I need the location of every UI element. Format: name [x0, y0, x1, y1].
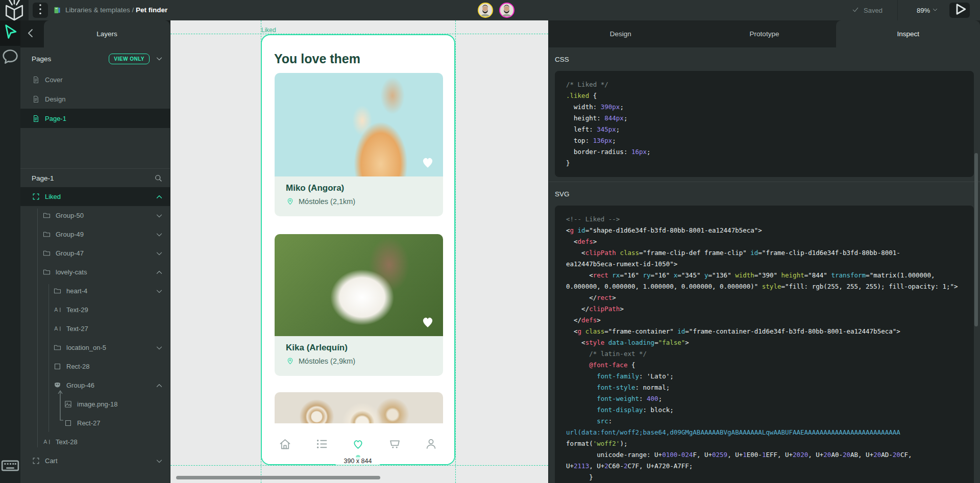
penpot-workspace: Libraries & templates / Pet finder Saved…	[0, 0, 980, 483]
canvas[interactable]: Liked You love them Miko (Angora) Móstol…	[170, 20, 548, 483]
svg-text:A: A	[54, 325, 58, 332]
layer-label: Text-29	[66, 306, 88, 314]
page-item-cover[interactable]: Cover	[20, 70, 170, 89]
vertical-scrollbar[interactable]	[974, 153, 978, 326]
kebab-menu-icon	[33, 2, 48, 19]
page-item-page-1[interactable]: Page-1	[20, 109, 170, 128]
home-nav-icon[interactable]	[278, 437, 292, 451]
layer-row-group-49[interactable]: Group-49	[20, 225, 170, 244]
active-users	[478, 3, 514, 18]
layer-row-lovely-cats[interactable]: lovely-cats	[20, 263, 170, 282]
layer-row-rect-27[interactable]: Rect-27	[20, 414, 170, 433]
frame-name-label[interactable]: Liked	[261, 27, 276, 34]
svg-section-header: SVG	[549, 182, 980, 206]
mask-icon	[53, 381, 62, 390]
layer-row-text-29[interactable]: AText-29	[20, 300, 170, 319]
penpot-logo-icon	[0, 0, 29, 26]
tab-inspect[interactable]: Inspect	[836, 20, 980, 47]
page-icon	[32, 95, 40, 104]
zoom-value[interactable]: 89%	[917, 7, 930, 14]
topbar-separator	[897, 0, 898, 20]
text-icon: A	[53, 324, 62, 333]
layer-row-group-46[interactable]: Group-46	[20, 376, 170, 395]
layer-row-text-28[interactable]: AText-28	[20, 433, 170, 451]
save-status-label: Saved	[864, 7, 883, 14]
heart-nav-icon[interactable]	[351, 437, 365, 451]
view-mode-button[interactable]	[949, 3, 970, 18]
text-icon: A	[42, 438, 51, 446]
page-item-design[interactable]: Design	[20, 89, 170, 109]
location-pin-icon	[286, 357, 295, 365]
text-icon: A	[53, 306, 62, 314]
frame-liked[interactable]: You love them Miko (Angora) Móstoles (2,…	[261, 34, 455, 465]
svg-text:A: A	[54, 307, 58, 313]
pet-card-footer: Miko (Angora) Móstoles (2,1km)	[275, 176, 443, 216]
search-icon[interactable]	[154, 173, 163, 183]
tool-rail	[0, 20, 20, 483]
topbar: Libraries & templates / Pet finder Saved…	[0, 0, 980, 20]
chevron-down-icon[interactable]	[155, 54, 164, 63]
layer-label: Group-47	[56, 249, 84, 257]
layer-label: Liked	[45, 193, 61, 200]
horizontal-scrollbar[interactable]	[176, 476, 380, 479]
pet-card-footer: Kika (Arlequín) Móstoles (2,9km)	[275, 336, 443, 376]
chevron-down-icon[interactable]	[155, 456, 164, 466]
penpot-logo[interactable]	[0, 0, 29, 20]
tab-prototype[interactable]: Prototype	[693, 20, 837, 47]
chevron-down-icon[interactable]	[155, 287, 164, 296]
main-menu-button[interactable]	[33, 3, 48, 18]
breadcrumb-library[interactable]: Libraries & templates	[65, 6, 130, 14]
layer-row-image.png-18[interactable]: image.png-18	[20, 395, 170, 414]
favorite-heart-icon[interactable]	[420, 314, 436, 330]
chevron-up-icon[interactable]	[155, 381, 164, 390]
chevron-down-icon[interactable]	[155, 211, 164, 220]
tab-design[interactable]: Design	[549, 20, 693, 47]
keyboard-icon	[0, 454, 20, 477]
pet-photo-miko	[275, 73, 443, 176]
chevron-down-icon[interactable]	[155, 343, 164, 352]
collapse-sidebar-button[interactable]	[23, 27, 38, 41]
right-panel-tabs: DesignPrototypeInspect	[549, 20, 980, 47]
comments-tool-button[interactable]	[0, 46, 20, 69]
layer-row-text-27[interactable]: AText-27	[20, 319, 170, 338]
pages-title: Pages	[32, 55, 51, 63]
breadcrumb-file-name[interactable]: Pet finder	[136, 6, 167, 14]
folder-icon	[42, 230, 51, 239]
chevron-down-icon[interactable]	[155, 249, 164, 258]
chevron-up-icon[interactable]	[155, 192, 164, 201]
cart-nav-icon[interactable]	[388, 437, 402, 451]
user-avatar[interactable]	[478, 3, 493, 18]
breadcrumb[interactable]: Libraries & templates / Pet finder	[65, 6, 167, 14]
frame-icon	[32, 456, 40, 465]
favorite-heart-icon[interactable]	[420, 154, 436, 170]
layer-row-heart-4[interactable]: heart-4	[20, 282, 170, 300]
css-code-block[interactable]: /* Liked */.liked { width: 390px; height…	[555, 71, 974, 177]
zoom-control[interactable]: 89%	[917, 0, 939, 20]
layer-tree: LikedGroup-50Group-49Group-47lovely-cats…	[20, 187, 170, 483]
layer-row-group-47[interactable]: Group-47	[20, 244, 170, 263]
user-nav-icon[interactable]	[424, 437, 438, 451]
chevron-down-icon[interactable]	[155, 230, 164, 239]
svg-code-block[interactable]: <!-- Liked --><g id="shape-d1d6e34f-b3fd…	[555, 206, 974, 483]
tab-layers[interactable]: Layers	[44, 20, 170, 47]
layer-row-liked[interactable]: Liked	[20, 187, 170, 206]
layer-row-cart[interactable]: Cart	[20, 451, 170, 470]
layer-label: Group-50	[56, 212, 84, 219]
layer-row-group-50[interactable]: Group-50	[20, 206, 170, 225]
layer-row-location_on-5[interactable]: location_on-5	[20, 338, 170, 357]
frame-size-label: 390 x 844	[335, 457, 380, 465]
pet-card-miko[interactable]: Miko (Angora) Móstoles (2,1km)	[275, 73, 443, 216]
shortcuts-button[interactable]	[0, 454, 20, 477]
layer-label: Text-27	[66, 325, 88, 333]
frame-icon	[32, 192, 40, 201]
user-avatar[interactable]	[499, 3, 514, 18]
pet-location: Móstoles (2,9km)	[299, 357, 355, 365]
pet-card-kika[interactable]: Kika (Arlequín) Móstoles (2,9km)	[275, 234, 443, 376]
layer-label: image.png-18	[77, 400, 118, 408]
layers-panel: Layers Pages VIEW ONLY CoverDesignPage-1…	[20, 20, 170, 483]
chevron-up-icon[interactable]	[155, 268, 164, 277]
layer-row-rect-28[interactable]: Rect-28	[20, 357, 170, 376]
css-section-header: CSS	[549, 47, 980, 71]
folder-icon	[42, 268, 51, 276]
list-nav-icon[interactable]	[315, 437, 329, 451]
